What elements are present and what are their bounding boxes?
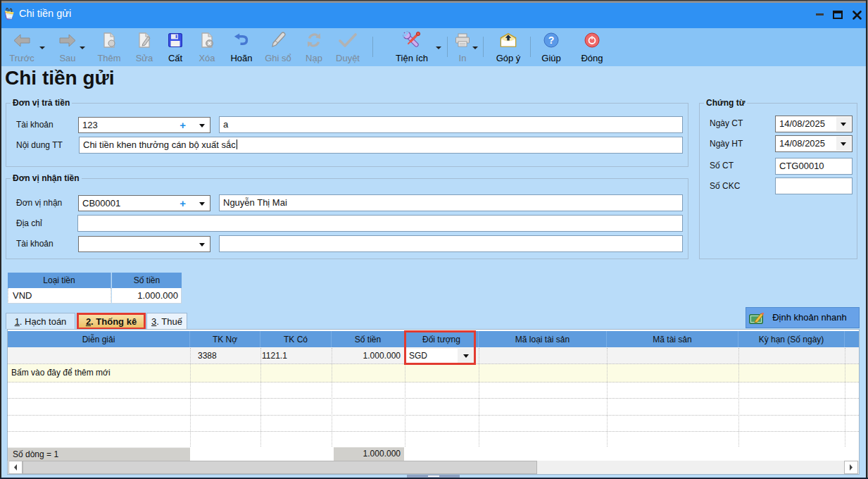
svg-text:?: ?: [548, 35, 555, 46]
